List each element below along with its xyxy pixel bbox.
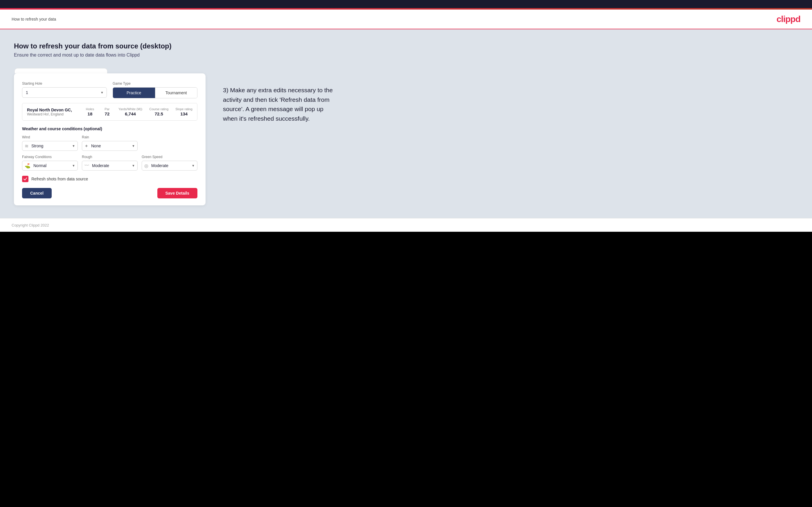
breadcrumb: How to refresh your data [12, 17, 56, 21]
rough-label: Rough [82, 155, 138, 159]
green-speed-select[interactable]: Moderate [151, 161, 197, 170]
form-row-top: Starting Hole 1 ▼ Game Type Practice [22, 81, 197, 98]
page-subtitle: Ensure the correct and most up to date d… [14, 53, 798, 58]
course-location: Westward Ho!, England [27, 112, 79, 116]
yards-label: Yards/White (M)) [118, 107, 142, 111]
yards-stat: Yards/White (M)) 6,744 [118, 107, 142, 116]
footer: Copyright Clippd 2022 [0, 218, 812, 232]
conditions-row-1: Wind ≋ Strong ▼ Rain ✦ [22, 135, 197, 151]
practice-button[interactable]: Practice [113, 88, 155, 98]
green-speed-select-wrapper[interactable]: ◎ Moderate ▼ [142, 161, 197, 171]
green-speed-icon: ◎ [142, 163, 151, 169]
cancel-button[interactable]: Cancel [22, 188, 52, 199]
rough-select[interactable]: Moderate [92, 161, 137, 170]
page-title: How to refresh your data from source (de… [14, 42, 798, 50]
logo: clippd [776, 14, 800, 24]
save-button[interactable]: Save Details [157, 188, 198, 199]
slope-rating-label: Slope rating [175, 107, 193, 111]
rain-group: Rain ✦ None ▼ [82, 135, 138, 151]
holes-stat: Holes 18 [84, 107, 96, 116]
course-rating-value: 72.5 [155, 111, 163, 116]
wind-group: Wind ≋ Strong ▼ [22, 135, 78, 151]
game-type-label: Game Type [113, 81, 197, 86]
game-type-group: Game Type Practice Tournament [113, 81, 197, 98]
starting-hole-label: Starting Hole [22, 81, 107, 86]
tournament-button[interactable]: Tournament [155, 88, 197, 98]
starting-hole-select-wrapper[interactable]: 1 ▼ [22, 87, 107, 98]
rain-label: Rain [82, 135, 138, 139]
form-actions: Cancel Save Details [22, 188, 197, 199]
par-stat: Par 72 [103, 107, 111, 116]
header: How to refresh your data clippd [0, 10, 812, 29]
course-name: Royal North Devon GC, [27, 108, 79, 112]
wind-select[interactable]: Strong [31, 141, 78, 151]
rain-select[interactable]: None [91, 141, 137, 151]
checkmark-icon [23, 177, 27, 181]
wind-icon: ≋ [22, 143, 31, 149]
slope-rating-stat: Slope rating 134 [175, 107, 193, 116]
rain-icon: ✦ [82, 143, 91, 149]
course-info: Royal North Devon GC, Westward Ho!, Engl… [27, 108, 79, 116]
main-content: How to refresh your data from source (de… [0, 29, 812, 218]
starting-hole-select[interactable]: 1 [22, 88, 107, 98]
fairway-label: Fairway Conditions [22, 155, 78, 159]
form-card-wrapper: Starting Hole 1 ▼ Game Type Practice [14, 68, 206, 205]
checkbox-row: Refresh shots from data source [22, 176, 197, 182]
game-type-buttons: Practice Tournament [113, 87, 197, 98]
form-card: Starting Hole 1 ▼ Game Type Practice [14, 73, 206, 205]
footer-copyright: Copyright Clippd 2022 [12, 223, 49, 227]
refresh-checkbox[interactable] [22, 176, 29, 182]
green-speed-label: Green Speed [142, 155, 197, 159]
conditions-placeholder [142, 135, 197, 151]
par-label: Par [104, 107, 109, 111]
fairway-group: Fairway Conditions ⛳ Normal ▼ [22, 155, 78, 171]
wind-select-wrapper[interactable]: ≋ Strong ▼ [22, 141, 78, 151]
wind-label: Wind [22, 135, 78, 139]
green-speed-group: Green Speed ◎ Moderate ▼ [142, 155, 197, 171]
content-area: Starting Hole 1 ▼ Game Type Practice [14, 68, 798, 205]
rain-select-wrapper[interactable]: ✦ None ▼ [82, 141, 138, 151]
holes-value: 18 [88, 111, 93, 116]
par-value: 72 [105, 111, 110, 116]
conditions-row-2: Fairway Conditions ⛳ Normal ▼ Rough 〰 [22, 155, 197, 171]
holes-label: Holes [86, 107, 94, 111]
yards-value: 6,744 [125, 111, 136, 116]
rough-group: Rough 〰 Moderate ▼ [82, 155, 138, 171]
course-rating-label: Course rating [149, 107, 168, 111]
rough-select-wrapper[interactable]: 〰 Moderate ▼ [82, 161, 138, 171]
slope-rating-value: 134 [180, 111, 188, 116]
conditions-title: Weather and course conditions (optional) [22, 126, 197, 131]
top-bar [0, 0, 812, 8]
fairway-icon: ⛳ [22, 163, 33, 169]
course-row: Royal North Devon GC, Westward Ho!, Engl… [22, 103, 197, 121]
side-text-content: 3) Make any extra edits necessary to the… [223, 86, 339, 123]
fairway-select[interactable]: Normal [33, 161, 78, 170]
card-stub [14, 68, 107, 73]
refresh-checkbox-label: Refresh shots from data source [31, 177, 88, 181]
rough-icon: 〰 [82, 163, 92, 168]
fairway-select-wrapper[interactable]: ⛳ Normal ▼ [22, 161, 78, 171]
side-text: 3) Make any extra edits necessary to the… [223, 68, 339, 123]
course-rating-stat: Course rating 72.5 [149, 107, 168, 116]
course-stats: Holes 18 Par 72 Yards/White (M)) 6,744 [84, 107, 193, 116]
starting-hole-group: Starting Hole 1 ▼ [22, 81, 107, 98]
